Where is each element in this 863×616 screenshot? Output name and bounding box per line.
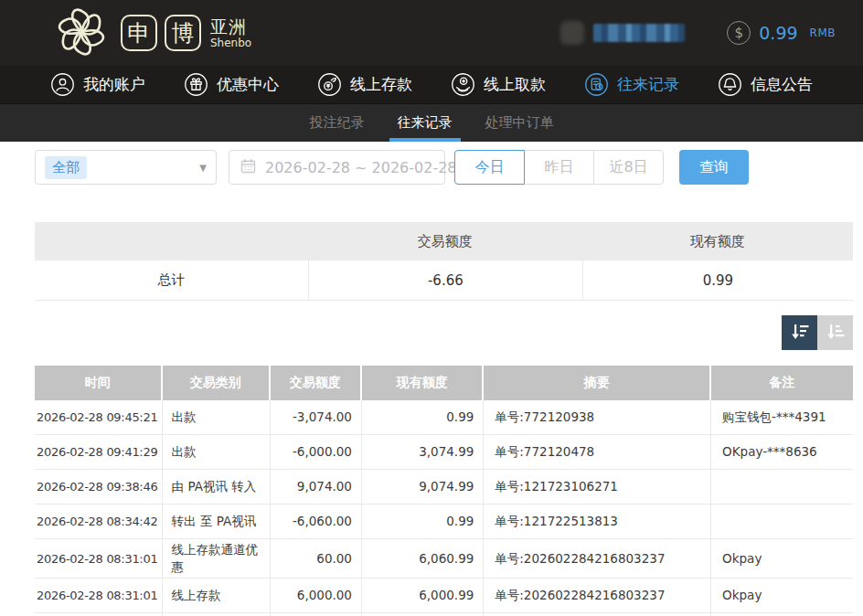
cell-col-type: 出款	[163, 435, 271, 469]
cell-col-time: 2026-02-28 08:34:42	[35, 504, 163, 538]
summary-header-balance: 现有额度	[582, 222, 853, 260]
cell-col-summary: 单号:772120478	[484, 435, 711, 469]
type-select[interactable]: 全部 ▼	[35, 150, 217, 185]
cell-col-amount: -6,060.00	[271, 504, 362, 538]
records-icon	[584, 72, 609, 97]
nav-item-label: 线上存款	[350, 74, 412, 95]
table-row: 2026-02-28 09:38:46由 PA视讯 转入9,074.009,07…	[35, 470, 853, 504]
cell-col-summary: 单号:202602284216803237	[484, 539, 711, 578]
tab-1[interactable]: 投注纪录	[307, 104, 368, 142]
header-col-amount: 交易额度	[271, 366, 362, 400]
summary-total-label: 总计	[35, 260, 308, 300]
cell-col-remark: OKpay-***8636	[711, 435, 853, 469]
tab-2[interactable]: 往来记录	[395, 104, 455, 142]
table-body: 2026-02-28 09:45:21出款-3,074.000.99单号:772…	[35, 400, 853, 616]
quick-date-group: 今日昨日近8日	[454, 150, 664, 185]
content-area: 全部 ▼ 2026-02-28 ~ 2026-02-28 今日昨日近8日 查询	[0, 142, 863, 616]
quick-date-button-3[interactable]: 近8日	[593, 150, 664, 185]
nav-item-records[interactable]: 往来记录	[584, 72, 679, 97]
calendar-icon	[240, 158, 256, 177]
logo-region: 亚洲 Shenbo	[210, 18, 251, 48]
summary-balance: 0.99	[582, 260, 853, 300]
gift-icon	[184, 72, 208, 97]
header-col-remark: 备注	[711, 366, 853, 400]
summary-header-row: 交易额度 现有额度	[35, 222, 853, 260]
date-range-value: 2026-02-28 ~ 2026-02-28	[265, 159, 457, 176]
sub-tabbar: 投注纪录往来记录处理中订单	[0, 104, 863, 142]
header-col-time: 时间	[35, 366, 163, 400]
search-button[interactable]: 查询	[679, 150, 749, 185]
cell-col-summary: 单号:772120938	[484, 400, 711, 434]
quick-date-button-2[interactable]: 昨日	[524, 150, 594, 185]
nav-item-user[interactable]: 我的账户	[50, 72, 145, 97]
avatar	[560, 21, 584, 45]
balance-display: $ 0.99 RMB	[727, 21, 836, 45]
summary-total-row: 总计 -6.66 0.99	[35, 260, 853, 301]
cell-col-time: 2026-02-28 09:45:21	[35, 400, 163, 434]
cell-col-amount: 6,000.00	[271, 579, 362, 612]
bell-icon	[718, 72, 742, 97]
nav-item-label: 线上取款	[484, 74, 546, 95]
nav-item-deposit[interactable]: 线上存款	[317, 72, 412, 97]
nav-item-gift[interactable]: 优惠中心	[184, 72, 279, 97]
balance-currency: RMB	[810, 27, 836, 39]
cell-col-remark	[711, 504, 853, 538]
header-col-balance: 现有额度	[362, 366, 484, 400]
username-redacted	[593, 24, 685, 42]
cell-col-remark: Okpay	[711, 579, 853, 612]
cell-col-amount: 9,074.00	[271, 470, 362, 504]
table-row: 2026-02-28 08:31:01线上存款6,000.006,000.99单…	[35, 579, 853, 613]
main-nav: 我的账户优惠中心线上存款线上取款往来记录信息公告	[0, 66, 863, 104]
cell-col-balance: 0.99	[362, 504, 484, 538]
cell-col-time: 2026-02-28 08:31:01	[35, 539, 163, 578]
date-range-input[interactable]: 2026-02-28 ~ 2026-02-28	[229, 150, 445, 185]
cell-col-type: 出款	[163, 400, 271, 434]
nav-item-label: 信息公告	[751, 74, 813, 95]
user-icon	[50, 72, 75, 97]
cell-col-time: 2026-02-28 09:38:46	[35, 470, 163, 504]
table-row: 2026-02-28 08:31:01线上存款通道优惠60.006,060.99…	[35, 539, 853, 579]
cell-col-time: 2026-02-28 08:31:01	[35, 579, 163, 612]
cell-col-balance: 9,074.99	[362, 470, 484, 504]
balance-amount: 0.99	[759, 23, 797, 43]
user-area: $ 0.99 RMB	[560, 21, 836, 45]
cell-col-balance: 0.99	[362, 400, 484, 434]
cell-col-summary: 单号:202602284216803237	[484, 579, 711, 612]
sort-ascending-button[interactable]	[817, 315, 853, 350]
chevron-down-icon: ▼	[199, 163, 207, 173]
tab-3[interactable]: 处理中订单	[483, 104, 557, 142]
quick-date-button-1[interactable]: 今日	[454, 150, 525, 185]
logo-char-1: 申	[121, 15, 157, 51]
summary-header-empty	[35, 222, 308, 260]
cell-col-summary: 单号:121723106271	[484, 470, 711, 504]
table-row: 2026-02-28 09:41:29出款-6,000.003,074.99单号…	[35, 435, 853, 470]
nav-item-label: 往来记录	[617, 74, 679, 95]
nav-item-withdraw[interactable]: 线上取款	[451, 72, 546, 97]
summary-table: 交易额度 现有额度 总计 -6.66 0.99	[35, 222, 853, 301]
cell-col-type: 线上存款	[163, 579, 271, 612]
cell-col-balance: 6,060.99	[362, 539, 484, 578]
sort-descending-button[interactable]	[782, 315, 817, 350]
cell-col-amount: -3,074.00	[271, 400, 362, 434]
cell-col-summary: 单号:121722513813	[484, 504, 711, 538]
transactions-table: 时间交易类别交易额度现有额度摘要备注 2026-02-28 09:45:21出款…	[35, 366, 853, 616]
cell-col-amount: 60.00	[271, 539, 362, 578]
deposit-icon	[317, 72, 342, 97]
table-row: 2026-02-28 08:34:42转出 至 PA视讯-6,060.000.9…	[35, 504, 853, 539]
logo-char-2: 博	[165, 15, 201, 51]
sort-ascending-icon	[825, 321, 847, 345]
type-select-value: 全部	[45, 156, 87, 179]
cell-col-balance: 3,074.99	[362, 435, 484, 469]
header-col-summary: 摘要	[484, 366, 711, 400]
filter-row: 全部 ▼ 2026-02-28 ~ 2026-02-28 今日昨日近8日 查询	[35, 150, 853, 185]
cell-col-balance: 6,000.99	[362, 579, 484, 612]
cell-col-time: 2026-02-28 09:41:29	[35, 435, 163, 469]
nav-item-label: 我的账户	[83, 74, 145, 95]
summary-header-trade: 交易额度	[308, 222, 582, 260]
brand-logo: 申 博 亚洲 Shenbo	[53, 5, 251, 61]
header-col-type: 交易类别	[163, 366, 271, 400]
nav-item-bell[interactable]: 信息公告	[718, 72, 813, 97]
cell-col-type: 转出 至 PA视讯	[163, 504, 271, 538]
cell-col-amount: -6,000.00	[271, 435, 362, 469]
cell-col-remark	[711, 470, 853, 504]
